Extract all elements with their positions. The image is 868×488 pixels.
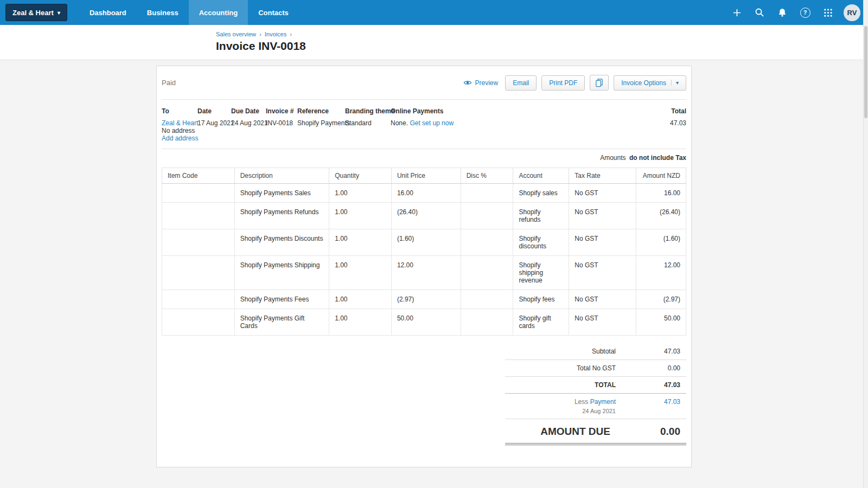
- table-row: Shopify Payments Shipping 1.00 12.00 Sho…: [162, 256, 686, 290]
- field-due-date-value: 24 Aug 2021: [231, 119, 266, 127]
- invoice-fields: To Zeal & Heart No address Add address D…: [162, 100, 686, 149]
- cell-unit-price: (2.97): [391, 290, 461, 309]
- no-gst-label: Total No GST: [505, 364, 616, 372]
- field-reference: Reference Shopify Payments: [297, 107, 345, 142]
- cell-quantity: 1.00: [329, 256, 392, 290]
- notifications-button[interactable]: [771, 0, 794, 25]
- page-header: Sales overview › Invoices › Invoice INV-…: [0, 25, 868, 60]
- cell-item-code: [162, 203, 235, 229]
- field-to: To Zeal & Heart No address Add address: [162, 107, 197, 142]
- col-quantity: Quantity: [329, 168, 392, 184]
- grid-icon: [824, 8, 833, 17]
- field-invoice-number-label: Invoice #: [266, 107, 297, 115]
- field-branding-theme: Branding theme Standard: [345, 107, 391, 142]
- user-avatar[interactable]: RV: [844, 4, 860, 21]
- field-total-value: 47.03: [643, 119, 686, 127]
- cell-item-code: [162, 229, 235, 256]
- nav-utility-area: ? RV: [725, 0, 868, 25]
- add-new-button[interactable]: [725, 0, 748, 25]
- cell-amount: (26.40): [636, 203, 686, 229]
- cell-unit-price: (1.60): [391, 229, 461, 256]
- table-row: Shopify Payments Fees 1.00 (2.97) Shopif…: [162, 290, 686, 309]
- field-total-label: Total: [643, 107, 686, 115]
- print-pdf-button[interactable]: Print PDF: [541, 75, 585, 91]
- cell-amount: (1.60): [636, 229, 686, 256]
- cell-quantity: 1.00: [329, 184, 392, 203]
- no-gst-row: Total No GST 0.00: [505, 360, 686, 377]
- field-invoice-number: Invoice # INV-0018: [266, 107, 297, 142]
- col-disc: Disc %: [461, 168, 513, 184]
- chevron-down-icon: ▾: [671, 80, 679, 86]
- get-set-up-link[interactable]: Get set up now: [410, 119, 454, 127]
- field-date: Date 17 Aug 2021: [197, 107, 231, 142]
- cell-unit-price: (26.40): [391, 203, 461, 229]
- top-navigation: Zeal & Heart ▾ Dashboard Business Accoun…: [0, 0, 868, 25]
- cell-tax-rate: No GST: [569, 256, 636, 290]
- table-row: Shopify Payments Refunds 1.00 (26.40) Sh…: [162, 203, 686, 229]
- field-branding-theme-value: Standard: [345, 119, 391, 127]
- invoice-card: Paid Preview Email Print PDF Invoice Opt…: [156, 66, 692, 467]
- subtotal-label: Subtotal: [505, 348, 616, 355]
- field-reference-label: Reference: [297, 107, 345, 115]
- search-icon: [755, 8, 764, 17]
- nav-item-business[interactable]: Business: [137, 0, 189, 25]
- cell-description: Shopify Payments Fees: [234, 290, 329, 309]
- nav-item-dashboard[interactable]: Dashboard: [79, 0, 137, 25]
- payment-date: 24 Aug 2021: [505, 408, 616, 414]
- chevron-down-icon: ▾: [58, 10, 60, 16]
- cell-disc: [461, 256, 513, 290]
- preview-button[interactable]: Preview: [463, 79, 499, 87]
- main-menu: Dashboard Business Accounting Contacts: [79, 0, 299, 25]
- payment-link[interactable]: Payment: [590, 398, 616, 406]
- cell-amount: 50.00: [636, 309, 686, 336]
- org-switcher-button[interactable]: Zeal & Heart ▾: [5, 4, 67, 21]
- scrollbar-thumb[interactable]: [864, 26, 867, 118]
- cell-item-code: [162, 290, 235, 309]
- col-description: Description: [234, 168, 329, 184]
- cell-account: Shopify fees: [513, 290, 569, 309]
- invoice-options-button[interactable]: Invoice Options ▾: [614, 75, 686, 91]
- cell-unit-price: 50.00: [391, 309, 461, 336]
- nav-item-contacts[interactable]: Contacts: [248, 0, 299, 25]
- cell-account: Shopify refunds: [513, 203, 569, 229]
- subtotal-value: 47.03: [616, 348, 686, 355]
- breadcrumb-sales-overview[interactable]: Sales overview: [216, 31, 256, 37]
- cell-tax-rate: No GST: [569, 203, 636, 229]
- amount-due-value: 0.00: [610, 426, 686, 438]
- cell-disc: [461, 229, 513, 256]
- field-date-label: Date: [197, 107, 231, 115]
- amounts-note: Amounts do not include Tax: [162, 149, 686, 166]
- cell-unit-price: 12.00: [391, 256, 461, 290]
- cell-quantity: 1.00: [329, 203, 392, 229]
- help-button[interactable]: ?: [794, 0, 816, 25]
- breadcrumb-invoices[interactable]: Invoices: [265, 31, 286, 37]
- contact-link[interactable]: Zeal & Heart: [162, 119, 198, 127]
- copy-icon: [595, 78, 603, 87]
- cell-disc: [461, 309, 513, 336]
- amounts-note-prefix: Amounts: [600, 154, 626, 162]
- cell-amount: (2.97): [636, 290, 686, 309]
- page-title: Invoice INV-0018: [216, 40, 868, 53]
- cell-item-code: [162, 256, 235, 290]
- search-button[interactable]: [748, 0, 771, 25]
- email-button[interactable]: Email: [505, 75, 537, 91]
- cell-quantity: 1.00: [329, 229, 392, 256]
- field-online-payments: Online Payments None. Get set up now: [391, 107, 643, 142]
- col-amount: Amount NZD: [636, 168, 686, 184]
- question-glyph: ?: [803, 9, 807, 16]
- cell-disc: [461, 184, 513, 203]
- status-badge: Paid: [162, 79, 176, 87]
- add-address-link[interactable]: Add address: [162, 134, 198, 142]
- cell-account: Shopify sales: [513, 184, 569, 203]
- copy-invoice-button[interactable]: [590, 75, 609, 91]
- nav-item-accounting[interactable]: Accounting: [189, 0, 248, 25]
- cell-account: Shopify discounts: [513, 229, 569, 256]
- table-row: Shopify Payments Discounts 1.00 (1.60) S…: [162, 229, 686, 256]
- invoice-options-label: Invoice Options: [621, 79, 666, 87]
- field-online-payments-value: None.: [391, 119, 408, 127]
- total-label: TOTAL: [505, 381, 616, 389]
- cell-disc: [461, 290, 513, 309]
- apps-button[interactable]: [816, 0, 839, 25]
- payment-amount: 47.03: [616, 398, 686, 406]
- col-tax-rate: Tax Rate: [569, 168, 636, 184]
